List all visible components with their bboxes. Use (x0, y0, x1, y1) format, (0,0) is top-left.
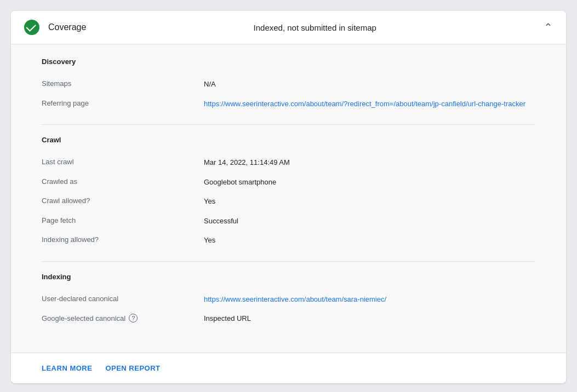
header-left: Coverage (24, 20, 86, 35)
indexing-allowed-value: Yes (204, 235, 535, 246)
page-fetch-value: Successful (204, 216, 535, 227)
divider-1 (42, 124, 535, 125)
check-circle-icon (24, 20, 39, 35)
crawl-title: Crawl (42, 136, 535, 144)
sitemaps-value: N/A (204, 79, 535, 90)
indexing-title: Indexing (42, 273, 535, 281)
coverage-content: Discovery Sitemaps N/A Referring page ht… (11, 44, 566, 353)
coverage-header: Coverage Indexed, not submitted in sitem… (11, 11, 566, 44)
crawl-section: Crawl Last crawl Mar 14, 2022, 11:14:49 … (42, 136, 535, 250)
page-fetch-label: Page fetch (42, 216, 195, 224)
coverage-card: Coverage Indexed, not submitted in sitem… (11, 11, 566, 383)
crawl-allowed-label: Crawl allowed? (42, 196, 195, 205)
sitemaps-label: Sitemaps (42, 79, 195, 88)
crawled-as-label: Crawled as (42, 177, 195, 186)
chevron-up-icon[interactable]: ⌃ (544, 21, 553, 34)
user-declared-canonical-row: User-declared canonical https://www.seer… (42, 290, 535, 309)
google-selected-canonical-label: Google-selected canonical ? (42, 313, 195, 322)
coverage-status: Indexed, not submitted in sitemap (254, 23, 376, 32)
crawled-as-row: Crawled as Googlebot smartphone (42, 172, 535, 192)
referring-page-value[interactable]: https://www.seerinteractive.com/about/te… (204, 99, 535, 109)
indexing-allowed-label: Indexing allowed? (42, 235, 195, 244)
google-selected-canonical-value: Inspected URL (204, 313, 535, 324)
crawl-allowed-value: Yes (204, 196, 535, 207)
help-icon[interactable]: ? (129, 314, 138, 322)
page-fetch-row: Page fetch Successful (42, 211, 535, 231)
learn-more-button[interactable]: LEARN MORE (42, 362, 92, 374)
crawl-allowed-row: Crawl allowed? Yes (42, 192, 535, 211)
open-report-button[interactable]: OPEN REPORT (105, 362, 160, 374)
coverage-title: Coverage (48, 22, 86, 32)
referring-page-label: Referring page (42, 99, 195, 107)
last-crawl-value: Mar 14, 2022, 11:14:49 AM (204, 157, 535, 168)
divider-2 (42, 261, 535, 262)
referring-page-row: Referring page https://www.seerinteracti… (42, 94, 535, 114)
sitemaps-row: Sitemaps N/A (42, 74, 535, 94)
google-selected-canonical-row: Google-selected canonical ? Inspected UR… (42, 309, 535, 328)
discovery-title: Discovery (42, 57, 535, 66)
last-crawl-label: Last crawl (42, 157, 195, 166)
user-declared-canonical-value[interactable]: https://www.seerinteractive.com/about/te… (204, 294, 535, 305)
indexing-section: Indexing User-declared canonical https:/… (42, 273, 535, 328)
crawled-as-value: Googlebot smartphone (204, 177, 535, 188)
discovery-section: Discovery Sitemaps N/A Referring page ht… (42, 57, 535, 113)
card-footer: LEARN MORE OPEN REPORT (11, 353, 566, 383)
last-crawl-row: Last crawl Mar 14, 2022, 11:14:49 AM (42, 153, 535, 172)
indexing-allowed-row: Indexing allowed? Yes (42, 230, 535, 250)
user-declared-canonical-label: User-declared canonical (42, 294, 195, 303)
